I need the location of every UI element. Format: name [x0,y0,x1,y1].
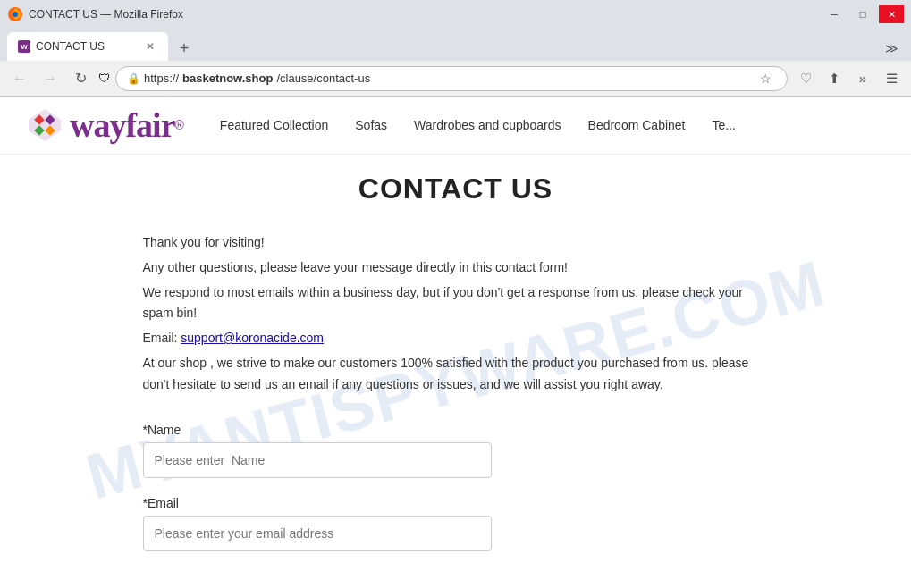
name-form-group: *Name [143,423,769,478]
heart-button[interactable]: ♡ [793,66,818,91]
name-label: *Name [143,423,769,437]
email-line: Email: support@koronacide.com [143,328,769,349]
url-prefix: https:// [144,71,179,85]
share-button[interactable]: ⬆ [822,66,847,91]
title-bar: CONTACT US — Mozilla Firefox ─ □ ✕ [0,0,911,29]
active-tab[interactable]: W CONTACT US ✕ [7,32,168,61]
shield-icon: 🛡 [98,71,110,85]
email-form-group: *Email [143,496,769,551]
firefox-icon [7,6,23,22]
nav-bar: ← → ↻ 🛡 🔒 https://basketnow.shop/clause/… [0,61,911,97]
name-input[interactable] [143,442,492,478]
svg-marker-4 [29,109,61,141]
contact-body: Thank you for visiting! Any other questi… [143,232,769,551]
new-tab-button[interactable]: + [172,36,197,61]
page-title: CONTACT US [36,172,875,206]
lock-icon: 🔒 [127,72,140,85]
menu-button[interactable]: ☰ [879,66,904,91]
forward-button[interactable]: → [38,66,63,91]
logo-diamond-icon [27,107,63,143]
url-domain: basketnow.shop [182,71,273,85]
contact-form: *Name *Email [143,423,769,551]
page-content: MYANTISPYWARE.COM CONTACT US Thank you f… [0,155,911,588]
nav-bedroom[interactable]: Bedroom Cabinet [588,118,686,132]
back-button[interactable]: ← [7,66,32,91]
tab-close-button[interactable]: ✕ [143,39,157,54]
tab-favicon: W [18,40,30,53]
main-navigation: Featured Collection Sofas Wardrobes and … [220,118,736,132]
site-logo-text: wayfair [70,105,175,145]
intro-line-1: Thank you for visiting! [143,232,769,254]
bookmark-button[interactable]: ☆ [755,68,776,89]
more-pages-button[interactable]: » [850,66,875,91]
minimize-button[interactable]: ─ [822,5,847,23]
email-input[interactable] [143,516,492,551]
intro-line-2: Any other questions, please leave your m… [143,257,769,279]
website-content: wayfair® Featured Collection Sofas Wardr… [0,97,911,588]
nav-right: ♡ ⬆ » ☰ [793,66,904,91]
site-header: wayfair® Featured Collection Sofas Wardr… [0,97,911,155]
url-bar[interactable]: 🔒 https://basketnow.shop/clause/contact-… [115,66,788,91]
nav-more[interactable]: Te... [713,118,736,132]
tab-bar: W CONTACT US ✕ + ≫ [0,29,911,61]
maximize-button[interactable]: □ [850,5,875,23]
refresh-button[interactable]: ↻ [68,66,93,91]
window-controls: ─ □ ✕ [822,5,904,23]
logo-reg: ® [175,118,184,132]
svg-point-1 [13,12,18,17]
svg-text:W: W [21,43,28,51]
url-path: /clause/contact-us [276,71,370,85]
closing-paragraph: At our shop , we strive to make our cust… [143,353,769,396]
email-label: Email: [143,331,181,345]
email-field-label: *Email [143,496,769,510]
tab-label: CONTACT US [36,40,138,53]
email-address-link[interactable]: support@koronacide.com [181,331,324,345]
intro-line-3: We respond to most emails within a busin… [143,282,769,325]
logo-area: wayfair® [27,105,184,145]
close-button[interactable]: ✕ [879,5,904,23]
nav-featured[interactable]: Featured Collection [220,118,328,132]
nav-wardrobes[interactable]: Wardrobes and cupboards [414,118,561,132]
nav-sofas[interactable]: Sofas [355,118,387,132]
tab-overflow-button[interactable]: ≫ [879,36,904,61]
window-title: CONTACT US — Mozilla Firefox [29,8,183,21]
